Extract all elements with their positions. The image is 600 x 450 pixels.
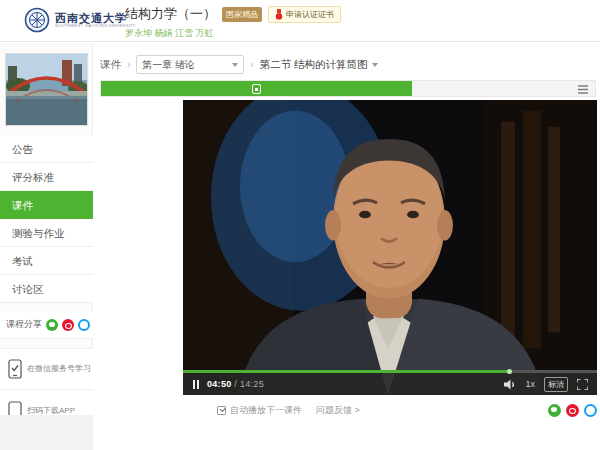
video-unit-icon: [252, 84, 261, 94]
medal-icon: [275, 9, 283, 20]
autoplay-checkbox[interactable]: [217, 406, 226, 415]
player-controls: 04:50 / 14:25 1x 标清: [183, 373, 597, 395]
weibo-share-icon[interactable]: [566, 404, 579, 417]
course-header: 结构力学（一） 国家精品 申请认证证书 罗永坤 杨娟 江雪 万虹: [125, 5, 341, 40]
university-seal-icon: [24, 7, 50, 33]
video-share-icons: [548, 404, 597, 417]
qq-share-icon[interactable]: [584, 404, 597, 417]
volume-icon[interactable]: [504, 379, 516, 390]
breadcrumb-courseware[interactable]: 课件: [100, 58, 121, 72]
section-dropdown[interactable]: 第二节 结构的计算简图: [260, 58, 378, 72]
breadcrumb: 课件 › 第一章 绪论 › 第二节 结构的计算简图: [100, 55, 378, 74]
section-dropdown-value: 第二节 结构的计算简图: [260, 58, 368, 72]
sidebar-item-quizzes[interactable]: 测验与作业: [0, 219, 93, 247]
course-title: 结构力学（一）: [125, 5, 216, 23]
chevron-down-icon: [372, 63, 378, 67]
header: 西南交通大学 SOUTHWEST JIAOTONG UNIVERSITY 结构力…: [0, 0, 600, 42]
quality-selector[interactable]: 标清: [544, 377, 568, 392]
duration: 14:25: [240, 379, 264, 389]
unit-progress-fill: [101, 81, 412, 96]
university-logo[interactable]: 西南交通大学 SOUTHWEST JIAOTONG UNIVERSITY: [24, 7, 136, 33]
chevron-down-icon: [232, 63, 238, 67]
video-player[interactable]: 04:50 / 14:25 1x 标清: [183, 100, 597, 395]
autoplay-toggle[interactable]: 自动播放下一课件: [217, 404, 302, 417]
download-app-label: 扫码下载APP: [27, 406, 75, 416]
sidebar-item-grading[interactable]: 评分标准: [0, 163, 93, 191]
qq-share-icon[interactable]: [78, 319, 90, 331]
unit-progress-bar[interactable]: [100, 80, 596, 97]
sidebar-item-exams[interactable]: 考试: [0, 247, 93, 275]
apply-certificate-button[interactable]: 申请认证证书: [268, 6, 341, 23]
chapter-dropdown[interactable]: 第一章 绪论: [136, 55, 244, 74]
instructor-names[interactable]: 罗永坤 杨娟 江雪 万虹: [125, 27, 341, 40]
playback-speed[interactable]: 1x: [525, 379, 535, 389]
sidebar-footer: 帮助中心: [0, 415, 93, 450]
autoplay-label: 自动播放下一课件: [230, 404, 302, 417]
wechat-share-icon[interactable]: [548, 404, 561, 417]
feedback-link[interactable]: 问题反馈 >: [316, 404, 360, 417]
video-frame: [183, 100, 597, 395]
university-name: 西南交通大学 SOUTHWEST JIAOTONG UNIVERSITY: [55, 12, 136, 28]
quality-badge: 国家精品: [222, 7, 262, 22]
course-page: 西南交通大学 SOUTHWEST JIAOTONG UNIVERSITY 结构力…: [0, 0, 600, 450]
course-cover-image[interactable]: [5, 53, 88, 126]
phone-check-icon: [8, 359, 22, 379]
breadcrumb-separator: ›: [127, 59, 130, 70]
course-menu: 公告 评分标准 课件 测验与作业 考试 讨论区: [0, 135, 93, 303]
sidebar-item-courseware[interactable]: 课件: [0, 191, 93, 219]
time-separator: /: [232, 379, 240, 389]
wechat-service-card[interactable]: 在微信服务号学习: [0, 348, 93, 390]
weibo-share-icon[interactable]: [62, 319, 74, 331]
sidebar-item-announcements[interactable]: 公告: [0, 135, 93, 163]
breadcrumb-separator: ›: [250, 59, 253, 70]
sidebar-item-forum[interactable]: 讨论区: [0, 275, 93, 303]
wechat-service-label: 在微信服务号学习: [27, 364, 91, 374]
below-player-row: 自动播放下一课件 问题反馈 >: [183, 401, 597, 419]
fullscreen-icon[interactable]: [577, 379, 588, 390]
pause-button[interactable]: [193, 380, 199, 389]
sidebar: 公告 评分标准 课件 测验与作业 考试 讨论区 课程分享 在微信服务号学习: [0, 43, 93, 450]
course-share-row: 课程分享: [0, 311, 93, 339]
chapter-dropdown-value: 第一章 绪论: [142, 58, 195, 72]
seek-bar[interactable]: [183, 370, 597, 373]
seek-progress: [183, 370, 510, 373]
current-time: 04:50: [207, 379, 232, 389]
course-share-label: 课程分享: [6, 318, 42, 331]
bridge-photo: [6, 54, 87, 125]
unit-list-icon[interactable]: [578, 85, 588, 94]
time-display: 04:50 / 14:25: [207, 379, 264, 389]
wechat-share-icon[interactable]: [46, 319, 58, 331]
